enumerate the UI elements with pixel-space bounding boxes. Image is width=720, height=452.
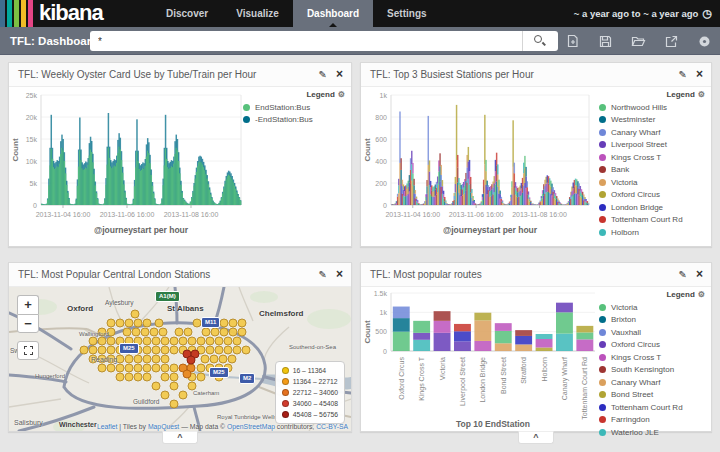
route-bar-segment[interactable] bbox=[454, 341, 471, 351]
station-dot[interactable] bbox=[98, 364, 106, 372]
legend-item[interactable]: London Bridge bbox=[599, 201, 707, 214]
legend-item[interactable]: Canary Wharf bbox=[599, 376, 707, 389]
map-zoom-in-button[interactable]: + bbox=[17, 295, 39, 314]
map-draw-filter-button[interactable] bbox=[17, 341, 39, 360]
close-panel-icon[interactable]: × bbox=[696, 63, 703, 86]
legend-gear-icon[interactable]: ⚙ bbox=[698, 90, 705, 99]
station-dot[interactable] bbox=[107, 346, 115, 354]
station-dot[interactable] bbox=[134, 364, 142, 372]
station-dot[interactable] bbox=[170, 346, 178, 354]
oyster-histogram-chart[interactable]: 05k10k15k20k25k2013-11-04 16:002013-11-0… bbox=[9, 87, 249, 245]
route-bar-segment[interactable] bbox=[536, 339, 553, 348]
legend-item[interactable]: Vauxhall bbox=[599, 326, 707, 339]
legend-item[interactable]: Westminster bbox=[599, 114, 707, 127]
station-dot[interactable] bbox=[143, 346, 151, 354]
edit-panel-icon[interactable]: ✎ bbox=[679, 263, 687, 286]
legend-item[interactable]: South Kensington bbox=[599, 364, 707, 377]
edit-panel-icon[interactable]: ✎ bbox=[319, 63, 327, 86]
route-bar-segment[interactable] bbox=[393, 318, 410, 332]
station-dot[interactable] bbox=[188, 337, 196, 345]
station-dot[interactable] bbox=[220, 328, 228, 336]
station-dot[interactable] bbox=[107, 319, 115, 327]
legend-item[interactable]: Waterloo JLE bbox=[599, 426, 707, 439]
legend-item[interactable]: Kings Cross T bbox=[599, 351, 707, 364]
legend-item[interactable]: Bond Street bbox=[599, 389, 707, 402]
route-bar-segment[interactable] bbox=[495, 323, 512, 331]
station-dot[interactable] bbox=[179, 337, 187, 345]
legend-item[interactable]: Oxford Circus bbox=[599, 189, 707, 202]
station-dot[interactable] bbox=[210, 355, 218, 363]
station-dot[interactable] bbox=[152, 382, 160, 390]
station-dot[interactable] bbox=[143, 319, 151, 327]
station-dot[interactable] bbox=[184, 328, 192, 336]
station-dot[interactable] bbox=[125, 364, 133, 372]
share-dashboard-button[interactable] bbox=[663, 33, 679, 49]
station-dot[interactable] bbox=[179, 391, 187, 399]
search-input[interactable] bbox=[90, 31, 522, 51]
station-dot[interactable] bbox=[98, 346, 106, 354]
search-button[interactable] bbox=[522, 31, 558, 51]
legend-item[interactable]: -EndStation:Bus bbox=[243, 114, 347, 127]
station-dot[interactable] bbox=[197, 373, 205, 381]
legend-item[interactable]: Tottenham Court Rd bbox=[599, 214, 707, 227]
route-bar-segment[interactable] bbox=[576, 332, 593, 339]
station-dot[interactable] bbox=[201, 355, 209, 363]
options-button[interactable] bbox=[696, 33, 712, 49]
station-dot[interactable] bbox=[125, 373, 133, 381]
route-bar-segment[interactable] bbox=[434, 333, 451, 351]
close-panel-icon[interactable]: × bbox=[696, 263, 703, 286]
time-range-picker[interactable]: ~ a year ago to ~ a year ago◷ bbox=[574, 0, 712, 27]
station-dot[interactable] bbox=[215, 337, 223, 345]
route-bar-segment[interactable] bbox=[393, 307, 410, 319]
station-dot[interactable] bbox=[80, 346, 88, 354]
collapse-row-button[interactable]: ^ bbox=[162, 431, 198, 444]
routes-stacked-bar-chart[interactable]: 05001k1.5kCountTop 10 EndStationOxford C… bbox=[361, 287, 601, 432]
route-bar-segment[interactable] bbox=[515, 330, 532, 336]
route-bar-segment[interactable] bbox=[536, 348, 553, 351]
station-dot[interactable] bbox=[161, 391, 169, 399]
station-dot[interactable] bbox=[155, 319, 163, 327]
station-dot[interactable] bbox=[224, 337, 232, 345]
route-bar-segment[interactable] bbox=[515, 344, 532, 351]
tab-visualize[interactable]: Visualize bbox=[222, 0, 293, 27]
station-dot[interactable] bbox=[170, 400, 178, 408]
legend-item[interactable]: Farringdon bbox=[599, 414, 707, 427]
legend-item[interactable]: Kings Cross T bbox=[599, 151, 707, 164]
station-dot[interactable] bbox=[159, 328, 167, 336]
station-dot[interactable] bbox=[242, 346, 250, 354]
route-bar-segment[interactable] bbox=[413, 321, 430, 333]
station-dot[interactable] bbox=[175, 328, 183, 336]
busiest-bar-chart[interactable]: 02004006008001k2013-11-04 16:002013-11-0… bbox=[361, 87, 599, 245]
station-dot[interactable] bbox=[141, 328, 149, 336]
station-dot[interactable] bbox=[143, 337, 151, 345]
route-bar-segment[interactable] bbox=[434, 321, 451, 333]
save-dashboard-button[interactable] bbox=[597, 33, 613, 49]
route-bar-segment[interactable] bbox=[515, 336, 532, 345]
legend-item[interactable]: Victoria bbox=[599, 176, 707, 189]
route-bar-segment[interactable] bbox=[413, 333, 430, 340]
legend-item[interactable]: Brixton bbox=[599, 314, 707, 327]
route-bar-segment[interactable] bbox=[474, 320, 491, 340]
station-dot[interactable] bbox=[228, 355, 236, 363]
edit-panel-icon[interactable]: ✎ bbox=[319, 263, 327, 286]
station-dot[interactable] bbox=[116, 319, 124, 327]
station-dot[interactable] bbox=[152, 346, 160, 354]
station-dot[interactable] bbox=[229, 328, 237, 336]
tab-settings[interactable]: Settings bbox=[373, 0, 440, 27]
legend-item[interactable]: Tottenham Court Rd bbox=[599, 401, 707, 414]
route-bar-segment[interactable] bbox=[536, 334, 553, 339]
station-dot[interactable] bbox=[170, 382, 178, 390]
station-dot[interactable] bbox=[211, 328, 219, 336]
station-dot[interactable] bbox=[202, 328, 210, 336]
route-bar-segment[interactable] bbox=[474, 313, 491, 321]
legend-item[interactable]: Victoria bbox=[599, 301, 707, 314]
route-bar-segment[interactable] bbox=[495, 343, 512, 351]
tab-dashboard[interactable]: Dashboard bbox=[293, 0, 373, 27]
station-dot[interactable] bbox=[206, 337, 214, 345]
station-dot[interactable] bbox=[238, 328, 246, 336]
legend-item[interactable]: Bank bbox=[599, 164, 707, 177]
station-dot[interactable] bbox=[170, 373, 178, 381]
station-dot[interactable] bbox=[224, 346, 232, 354]
station-dot[interactable] bbox=[152, 337, 160, 345]
route-bar-segment[interactable] bbox=[556, 312, 573, 333]
